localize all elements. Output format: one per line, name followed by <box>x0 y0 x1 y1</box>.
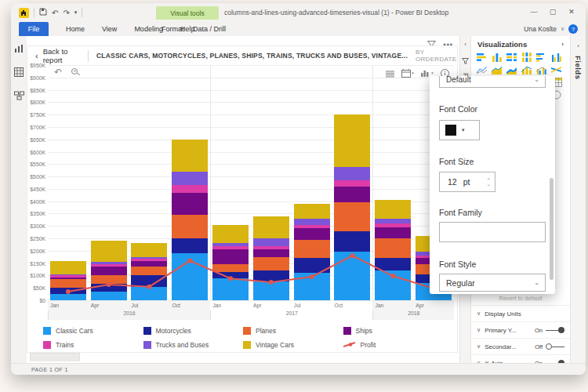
bar-segment-vintage-cars[interactable] <box>253 216 289 238</box>
bar-segment-vintage-cars[interactable] <box>131 243 167 256</box>
bar-segment-vintage-cars[interactable] <box>212 225 249 244</box>
report-view-icon[interactable] <box>14 44 24 53</box>
bar-segment-motorcycles[interactable] <box>334 231 370 252</box>
visual-type-barh-100-icon[interactable] <box>506 52 517 62</box>
bar-segment-planes[interactable] <box>334 202 370 230</box>
bar-segment-trucks-and-buses[interactable] <box>294 219 330 225</box>
visual-type-barh-c-icon[interactable] <box>535 52 547 62</box>
list-icon[interactable] <box>386 67 394 81</box>
stacked-bar[interactable] <box>50 261 86 300</box>
collapse-chevron-icon[interactable]: › <box>561 41 564 48</box>
stacked-bar[interactable] <box>172 140 208 300</box>
format-item-secondar-[interactable]: ∨Secondar...Off <box>471 338 570 354</box>
back-to-report-button[interactable]: Back to report <box>43 47 80 64</box>
legend-item[interactable]: Ships <box>343 327 444 335</box>
visual-type-area-s-icon[interactable] <box>506 64 517 74</box>
bar-segment-classic-cars[interactable] <box>334 252 370 300</box>
bar-segment-motorcycles[interactable] <box>294 258 330 273</box>
visual-type-barv-c-icon[interactable] <box>550 52 562 62</box>
bar-segment-classic-cars[interactable] <box>91 292 127 300</box>
bar-segment-classic-cars[interactable] <box>131 287 167 300</box>
stacked-bar[interactable] <box>334 114 370 300</box>
legend-item[interactable]: Planes <box>243 327 343 335</box>
panel-scrollbar[interactable] <box>550 178 554 280</box>
bar-segment-planes[interactable] <box>253 257 289 270</box>
legend-item[interactable]: Vintage Cars <box>243 341 343 349</box>
visual-type-combo1-icon[interactable] <box>521 64 532 74</box>
tab-home[interactable]: Home <box>66 25 85 33</box>
toolbar-caret-icon[interactable]: ▾ <box>74 9 78 16</box>
bar-segment-motorcycles[interactable] <box>375 258 411 270</box>
tab-format[interactable]: Format <box>162 25 184 33</box>
save-icon[interactable] <box>39 8 47 17</box>
bar-segment-classic-cars[interactable] <box>253 281 289 300</box>
toggle-switch[interactable] <box>546 343 564 350</box>
bar-segment-ships[interactable] <box>334 187 370 203</box>
visual-tools-tab[interactable]: Visual tools <box>156 6 219 20</box>
stepper-arrows-icon[interactable]: ⌃⌄ <box>487 178 491 186</box>
visual-type-barv-s-icon[interactable] <box>491 52 503 62</box>
visual-type-barh-s-icon[interactable] <box>476 52 488 62</box>
bar-segment-planes[interactable] <box>91 275 127 284</box>
bar-segment-planes[interactable] <box>131 267 167 275</box>
font-color-picker[interactable]: ▾ <box>439 120 480 140</box>
stacked-bar[interactable] <box>212 225 249 300</box>
tab-view[interactable]: View <box>102 25 117 33</box>
bar-segment-trucks-and-buses[interactable] <box>172 172 208 185</box>
maximize-button[interactable]: ▢ <box>543 5 562 19</box>
legend-item[interactable]: Trucks and Buses <box>143 341 244 349</box>
bar-segment-vintage-cars[interactable] <box>375 200 411 219</box>
fields-pane-collapsed[interactable]: ‹ Fields <box>570 36 586 363</box>
bar-segment-trucks-and-buses[interactable] <box>253 238 289 245</box>
minimize-button[interactable]: — <box>524 5 543 19</box>
calendar-dropdown-icon[interactable] <box>401 67 414 81</box>
bar-segment-classic-cars[interactable] <box>50 294 86 300</box>
bar-segment-planes[interactable] <box>212 264 249 271</box>
bar-segment-vintage-cars[interactable] <box>172 140 208 172</box>
bar-segment-planes[interactable] <box>50 279 86 288</box>
redo-icon[interactable]: ↷ <box>63 9 69 17</box>
toggle-switch[interactable] <box>546 327 564 334</box>
help-icon[interactable]: ? <box>568 24 578 34</box>
bar-segment-vintage-cars[interactable] <box>334 114 370 166</box>
stacked-bar[interactable] <box>375 200 411 300</box>
zoom-out-icon[interactable] <box>71 68 80 77</box>
font-family-input[interactable] <box>439 222 546 242</box>
undo-icon[interactable]: ↶ <box>52 9 58 17</box>
format-item-display-units[interactable]: ∨Display Units <box>471 305 570 321</box>
bar-segment-classic-cars[interactable] <box>212 278 249 300</box>
legend-item[interactable]: Motorcycles <box>143 327 244 335</box>
page-tab[interactable] <box>30 353 80 361</box>
data-view-icon[interactable] <box>14 67 24 77</box>
bar-segment-planes[interactable] <box>172 215 208 238</box>
stacked-bar[interactable] <box>294 204 330 300</box>
stacked-bar[interactable] <box>91 241 127 300</box>
bar-segment-ships[interactable] <box>294 228 330 239</box>
chevron-down-icon[interactable]: ∨ <box>561 26 564 32</box>
font-size-stepper[interactable]: 12 pt ⌃⌄ <box>439 172 495 192</box>
expand-chevron-icon[interactable]: ‹ <box>464 41 466 48</box>
bar-segment-classic-cars[interactable] <box>172 253 208 300</box>
user-name[interactable]: Una Koslte <box>524 25 557 33</box>
tab-modeling[interactable]: Modeling <box>134 25 163 33</box>
bar-segment-motorcycles[interactable] <box>212 272 249 278</box>
bar-segment-ships[interactable] <box>253 249 289 256</box>
bar-segment-trucks-and-buses[interactable] <box>334 167 370 180</box>
visual-card[interactable]: ‹ Back to report CLASSIC CARS, MOTORCYCL… <box>27 45 458 353</box>
visual-type-area-icon[interactable] <box>491 64 503 74</box>
revert-to-default-link[interactable]: Revert to default <box>471 295 570 302</box>
bar-segment-motorcycles[interactable] <box>50 288 86 294</box>
stacked-bar[interactable] <box>253 216 289 300</box>
expand-chevron-icon[interactable]: ‹ <box>577 42 579 49</box>
preset-dropdown[interactable]: Default ⌄ <box>439 76 546 88</box>
bar-segment-classic-cars[interactable] <box>375 270 411 300</box>
bar-segment-vintage-cars[interactable] <box>91 241 127 262</box>
bar-segment-motorcycles[interactable] <box>131 275 167 286</box>
format-item-primary-y-[interactable]: ∨Primary Y...On <box>471 321 570 338</box>
bar-segment-motorcycles[interactable] <box>91 284 127 291</box>
font-style-dropdown[interactable]: Regular ⌄ <box>439 274 546 292</box>
bar-segment-trains[interactable] <box>334 180 370 187</box>
legend-item[interactable]: Classic Cars <box>43 327 143 335</box>
bar-segment-planes[interactable] <box>375 238 411 258</box>
bar-segment-trains[interactable] <box>172 185 208 192</box>
